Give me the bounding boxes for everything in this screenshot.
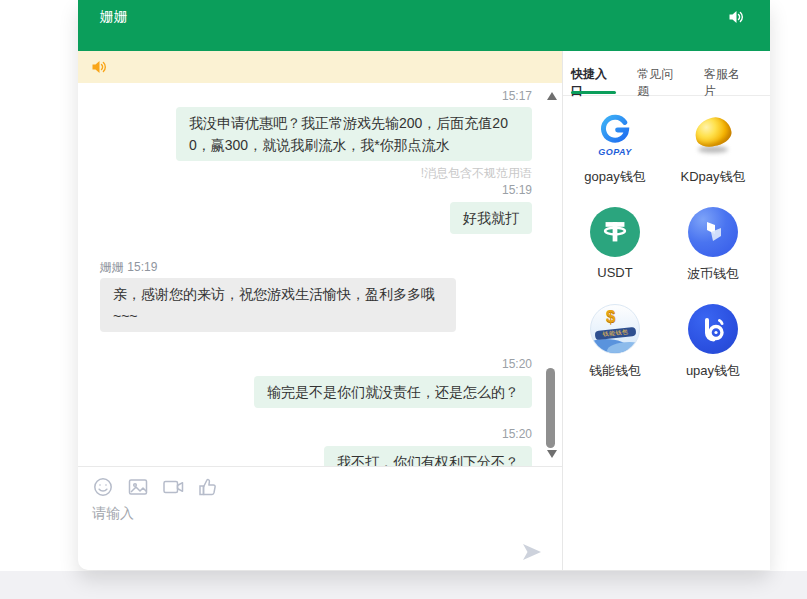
- wallet-item-upay[interactable]: upay钱包: [665, 304, 761, 380]
- page-background-strip: [0, 571, 807, 599]
- chat-header: 姗姗: [78, 0, 770, 51]
- scroll-up-arrow[interactable]: [547, 92, 557, 100]
- agent-message-meta: 姗姗 15:19: [100, 260, 157, 274]
- upay-icon: [688, 304, 738, 354]
- sound-toggle-icon[interactable]: [728, 9, 744, 25]
- kdpay-icon: [688, 110, 738, 160]
- agent-name-title: 姗姗: [100, 8, 128, 26]
- wallet-label: upay钱包: [686, 362, 740, 380]
- qianneng-icon-text: 钱能钱包: [602, 328, 629, 340]
- wallet-label: KDpay钱包: [680, 168, 745, 186]
- tab-quick-entry[interactable]: 快捷入口: [571, 51, 616, 95]
- wallet-item-usdt[interactable]: USDT: [567, 207, 663, 280]
- qianneng-dollar-glyph: $: [606, 307, 615, 327]
- customer-message-bubble: 好我就打: [450, 202, 532, 234]
- sidebar-tabs: 快捷入口 常见问题 客服名片: [563, 51, 770, 96]
- announcement-speaker-icon: [91, 59, 107, 75]
- message-timestamp: 15:17: [502, 88, 532, 104]
- chat-widget: 姗姗 15:17 我没申请优惠吧？我正常游戏先输200，后面充值200，赢300…: [78, 0, 770, 570]
- message-input-area: 请输入: [78, 466, 562, 570]
- gopay-icon: GOPAY: [590, 110, 640, 160]
- wallet-item-bobi[interactable]: 波币钱包: [665, 207, 761, 283]
- scrollbar-thumb[interactable]: [546, 368, 555, 448]
- thumbs-up-icon[interactable]: [197, 476, 219, 498]
- usdt-icon: [590, 207, 640, 257]
- send-button[interactable]: [520, 540, 544, 564]
- customer-message-bubble: 我不打，你们有权利下分不？: [324, 446, 532, 466]
- image-upload-icon[interactable]: [127, 476, 149, 498]
- message-timestamp: 15:20: [502, 426, 532, 442]
- message-timestamp: 15:19: [502, 182, 532, 198]
- emoji-icon[interactable]: [92, 476, 114, 498]
- wallet-label: 波币钱包: [687, 265, 739, 283]
- wallet-item-gopay[interactable]: GOPAY gopay钱包: [567, 110, 663, 186]
- wallet-label: gopay钱包: [584, 168, 645, 186]
- tab-faq[interactable]: 常见问题: [637, 51, 682, 95]
- tab-service-card[interactable]: 客服名片: [704, 51, 749, 95]
- qianneng-icon: $ 钱能钱包: [590, 304, 640, 354]
- wallet-item-qianneng[interactable]: $ 钱能钱包 钱能钱包: [567, 304, 663, 380]
- bobi-icon: [688, 207, 738, 257]
- customer-message-bubble: 我没申请优惠吧？我正常游戏先输200，后面充值200，赢300，就说我刷流水，我…: [176, 107, 532, 161]
- agent-message-bubble: 亲，感谢您的来访，祝您游戏生活愉快，盈利多多哦~~~: [100, 278, 456, 332]
- scroll-down-arrow[interactable]: [547, 450, 557, 458]
- wallet-label: USDT: [597, 265, 632, 280]
- message-timestamp: 15:20: [502, 356, 532, 372]
- customer-message-bubble: 输完是不是你们就没责任，还是怎么的？: [254, 376, 532, 408]
- message-list[interactable]: 15:17 我没申请优惠吧？我正常游戏先输200，后面充值200，赢300，就说…: [78, 83, 562, 466]
- message-input[interactable]: 请输入: [92, 505, 492, 523]
- announcement-bar: [78, 51, 562, 83]
- input-toolbar: [92, 476, 219, 498]
- message-warning-text: !消息包含不规范用语: [421, 166, 532, 180]
- gopay-wordmark: GOPAY: [598, 147, 632, 157]
- sidebar-panel: 快捷入口 常见问题 客服名片 GOPAY gopay钱包: [562, 51, 770, 570]
- video-call-icon[interactable]: [162, 476, 184, 498]
- wallet-label: 钱能钱包: [589, 362, 641, 380]
- wallet-item-kdpay[interactable]: KDpay钱包: [665, 110, 761, 186]
